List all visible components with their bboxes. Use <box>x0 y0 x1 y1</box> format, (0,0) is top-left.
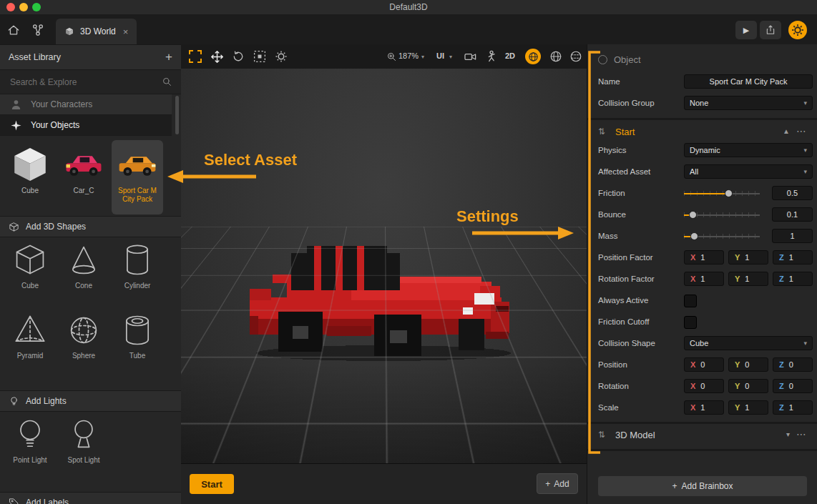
sidebar-item-your-characters[interactable]: Your Characters <box>0 94 172 115</box>
collapse-icon[interactable]: ▲ <box>783 127 790 135</box>
shape-item-pyramid[interactable]: Pyramid <box>6 312 54 360</box>
slider-handle[interactable] <box>725 189 733 197</box>
home-button[interactable] <box>6 22 21 38</box>
axis-z-label: Z <box>779 360 784 369</box>
asset-library-panel: Asset Library + Your Characters Your Obj… <box>0 44 182 504</box>
axis-x-label: X <box>690 403 695 412</box>
sidebar-scrollbar[interactable] <box>175 96 179 134</box>
rotation-z-field[interactable]: Z0 <box>773 379 813 393</box>
chevron-down-icon[interactable]: ▾ <box>449 54 452 60</box>
rotation-factor-z-field[interactable]: Z1 <box>773 272 813 286</box>
shape-item-sphere[interactable]: Sphere <box>60 312 107 360</box>
friction-slider[interactable] <box>684 186 760 200</box>
asset-item-car-c[interactable]: Car_C <box>58 140 109 214</box>
shape-item-cone[interactable]: Cone <box>60 242 107 290</box>
collision-shape-dropdown[interactable]: Cube ▾ <box>684 336 813 350</box>
zoom-icon <box>386 51 397 62</box>
bounce-slider[interactable] <box>684 207 760 222</box>
search-input[interactable] <box>9 76 162 88</box>
section-menu-icon[interactable]: ⋯ <box>796 125 807 137</box>
light-item-point[interactable]: Point Light <box>6 416 54 464</box>
zoom-control[interactable] <box>383 49 399 64</box>
star-icon <box>10 119 22 132</box>
always-active-checkbox[interactable] <box>684 295 697 307</box>
position-z-field[interactable]: Z0 <box>773 357 813 372</box>
rotation-y-field[interactable]: Y0 <box>728 379 768 393</box>
mass-value[interactable]: 1 <box>772 229 813 243</box>
expand-icon[interactable]: ▾ <box>786 430 790 438</box>
light-item-spot[interactable]: Spot Light <box>60 416 107 464</box>
camera-preview-button[interactable] <box>462 49 478 64</box>
position-x-field[interactable]: X0 <box>684 357 724 372</box>
world-wireframe-button[interactable] <box>548 49 564 64</box>
start-button[interactable]: Start <box>190 474 234 494</box>
frame-select-tool[interactable] <box>252 49 268 64</box>
project-settings-button[interactable] <box>788 21 807 39</box>
ui-dropdown[interactable]: UI <box>436 51 444 60</box>
affected-asset-dropdown[interactable]: All ▾ <box>684 164 813 179</box>
object-inspector-panel: Object Name Collision Group None ▾ ⇅ Sta… <box>587 44 817 504</box>
friction-cutoff-checkbox[interactable] <box>684 316 697 329</box>
scale-y-field[interactable]: Y1 <box>728 400 768 415</box>
world-view-button-active[interactable] <box>525 49 541 64</box>
tab-3d-world[interactable]: 3D World × <box>56 19 137 44</box>
axis-value: 0 <box>745 382 749 390</box>
start-section-header[interactable]: ⇅ Start ▲ ⋯ <box>598 124 807 140</box>
chevron-down-icon[interactable]: ▾ <box>421 54 424 60</box>
asset-item-cube[interactable]: Cube <box>4 140 56 214</box>
slider-handle[interactable] <box>689 211 697 219</box>
search-bar[interactable] <box>0 70 181 94</box>
select-tool-active[interactable] <box>189 50 202 63</box>
friction-label: Friction <box>598 189 625 197</box>
axis-x-label: X <box>690 253 695 262</box>
add-brainbox-button[interactable]: + Add Brainbox <box>598 476 807 496</box>
rotate-tool[interactable] <box>230 49 246 64</box>
name-input[interactable] <box>684 74 813 89</box>
add-button[interactable]: + Add <box>537 473 578 494</box>
model-section-header[interactable]: ⇅ 3D Model ▾ ⋯ <box>598 428 807 443</box>
mindmap-button[interactable] <box>30 22 46 38</box>
plus-icon: + <box>545 479 550 489</box>
3d-viewport[interactable] <box>181 69 587 463</box>
environment-button[interactable] <box>568 49 584 64</box>
rotation-factor-y-field[interactable]: Y1 <box>728 272 768 286</box>
rotation-factor-x-field[interactable]: X1 <box>684 272 724 286</box>
scale-x-field[interactable]: X1 <box>684 400 724 415</box>
nav-label: Your Objects <box>31 120 79 130</box>
move-tool[interactable] <box>209 49 225 64</box>
object-header: Object <box>598 54 641 65</box>
asset-library-title: Asset Library <box>9 52 61 62</box>
mass-slider[interactable] <box>684 229 760 243</box>
bounce-value[interactable]: 0.1 <box>772 207 813 222</box>
shape-item-cylinder[interactable]: Cylinder <box>114 242 161 290</box>
collision-group-row: Collision Group None ▾ <box>598 96 807 112</box>
tool-settings[interactable] <box>273 49 289 64</box>
scale-z-field[interactable]: Z1 <box>773 400 813 415</box>
rotation-x-field[interactable]: X0 <box>684 379 724 393</box>
collision-group-dropdown[interactable]: None ▾ <box>684 96 813 110</box>
position-factor-y-field[interactable]: Y1 <box>728 250 768 265</box>
friction-value[interactable]: 0.5 <box>772 186 813 200</box>
mode-2d-toggle[interactable]: 2D <box>505 51 515 60</box>
position-y-field[interactable]: Y0 <box>728 357 768 372</box>
app-window: Default3D 3D World × ▶ <box>0 0 817 504</box>
slider-handle[interactable] <box>690 232 698 240</box>
affected-asset-row: Affected Asset All ▾ <box>598 164 807 180</box>
shape-item-tube[interactable]: Tube <box>114 312 161 360</box>
physics-dropdown[interactable]: Dynamic ▾ <box>684 143 813 157</box>
animation-preview-button[interactable] <box>484 49 499 64</box>
sidebar-item-your-objects[interactable]: Your Objects <box>0 115 172 136</box>
tab-close-icon[interactable]: × <box>123 26 129 37</box>
export-button[interactable] <box>760 21 781 39</box>
add-asset-button[interactable]: + <box>165 50 172 64</box>
voxel-sports-car[interactable] <box>244 232 516 364</box>
add-button-label: Add <box>554 479 569 489</box>
play-button[interactable]: ▶ <box>735 21 757 39</box>
shape-item-cube[interactable]: Cube <box>6 242 54 290</box>
position-factor-x-field[interactable]: X1 <box>684 250 724 265</box>
zoom-level[interactable]: 187% <box>398 51 419 60</box>
axis-value: 1 <box>789 253 793 262</box>
asset-item-sport-car-selected[interactable]: Sport Car M City Pack <box>112 140 163 214</box>
position-factor-z-field[interactable]: Z1 <box>773 250 813 265</box>
section-menu-icon[interactable]: ⋯ <box>796 428 807 440</box>
